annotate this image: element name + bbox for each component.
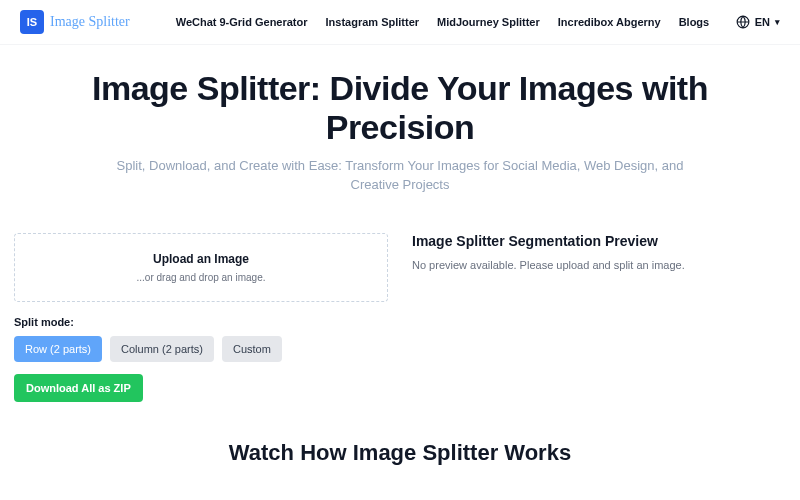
- hero: Image Splitter: Divide Your Images with …: [0, 45, 800, 205]
- preview-title: Image Splitter Segmentation Preview: [412, 233, 786, 249]
- mode-custom-button[interactable]: Custom: [222, 336, 282, 362]
- chevron-down-icon: ▾: [775, 17, 780, 27]
- mode-row-button[interactable]: Row (2 parts): [14, 336, 102, 362]
- nav-link-blogs[interactable]: Blogs: [679, 16, 710, 28]
- split-mode-label: Split mode:: [14, 316, 388, 328]
- nav-link-incredibox[interactable]: Incredibox Abgerny: [558, 16, 661, 28]
- globe-icon: [736, 15, 750, 29]
- upload-dropzone[interactable]: Upload an Image ...or drag and drop an i…: [14, 233, 388, 302]
- page-subtitle: Split, Download, and Create with Ease: T…: [100, 157, 700, 195]
- primary-nav: WeChat 9-Grid Generator Instagram Splitt…: [176, 16, 710, 28]
- language-label: EN: [755, 16, 770, 28]
- upload-hint: ...or drag and drop an image.: [25, 272, 377, 283]
- main-content: Upload an Image ...or drag and drop an i…: [0, 205, 800, 402]
- logo[interactable]: IS Image Splitter: [20, 10, 130, 34]
- nav-link-instagram[interactable]: Instagram Splitter: [326, 16, 420, 28]
- language-selector[interactable]: EN ▾: [736, 15, 780, 29]
- mode-column-button[interactable]: Column (2 parts): [110, 336, 214, 362]
- right-column: Image Splitter Segmentation Preview No p…: [412, 233, 786, 402]
- preview-empty-text: No preview available. Please upload and …: [412, 259, 786, 271]
- site-header: IS Image Splitter WeChat 9-Grid Generato…: [0, 0, 800, 45]
- how-it-works-title: Watch How Image Splitter Works: [0, 440, 800, 466]
- nav-link-wechat[interactable]: WeChat 9-Grid Generator: [176, 16, 308, 28]
- logo-badge: IS: [20, 10, 44, 34]
- upload-title: Upload an Image: [25, 252, 377, 266]
- page-title: Image Splitter: Divide Your Images with …: [30, 69, 770, 147]
- left-column: Upload an Image ...or drag and drop an i…: [14, 233, 388, 402]
- nav-link-midjourney[interactable]: MidJourney Splitter: [437, 16, 540, 28]
- split-mode-buttons: Row (2 parts) Column (2 parts) Custom: [14, 336, 388, 362]
- logo-text: Image Splitter: [50, 14, 130, 30]
- download-zip-button[interactable]: Download All as ZIP: [14, 374, 143, 402]
